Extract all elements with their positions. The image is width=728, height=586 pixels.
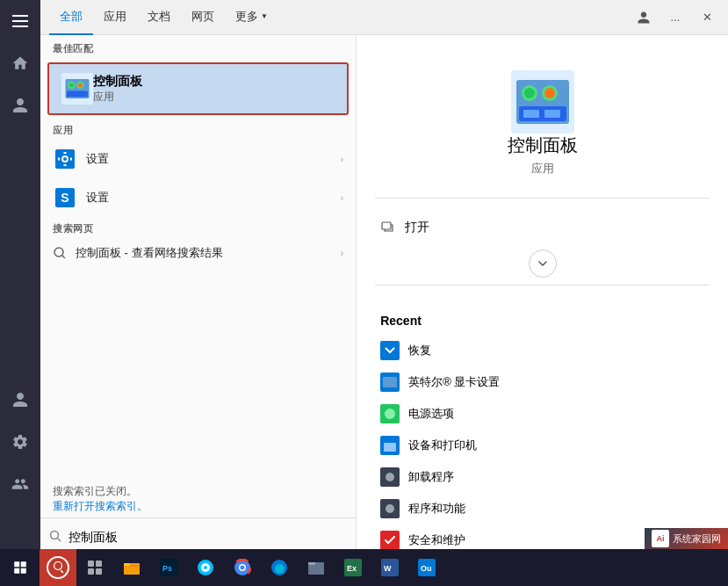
close-btn[interactable]: ✕ bbox=[695, 5, 719, 30]
svg-rect-28 bbox=[384, 443, 396, 452]
recent-icon-2 bbox=[380, 404, 400, 423]
recent-icon-1 bbox=[380, 373, 400, 392]
svg-point-30 bbox=[386, 473, 394, 481]
tab-all[interactable]: 全部 bbox=[49, 0, 93, 35]
svg-point-17 bbox=[524, 88, 535, 98]
tab-apps[interactable]: 应用 bbox=[93, 0, 137, 35]
open-icon bbox=[380, 220, 396, 235]
svg-rect-36 bbox=[88, 561, 94, 567]
sidebar-item-user[interactable] bbox=[0, 379, 40, 421]
best-match-name: 控制面板 bbox=[93, 74, 142, 90]
start-button[interactable] bbox=[0, 549, 40, 586]
list-item-settings-1[interactable]: 设置 › bbox=[40, 140, 356, 178]
expand-button[interactable] bbox=[529, 250, 557, 278]
svg-rect-41 bbox=[124, 563, 130, 566]
sidebar-item-settings[interactable] bbox=[0, 421, 40, 463]
taskbar-file-explorer[interactable] bbox=[113, 549, 150, 586]
svg-point-4 bbox=[69, 83, 74, 87]
taskbar-photoshop[interactable]: Ps bbox=[150, 549, 187, 586]
topbar-icons: ... ✕ bbox=[631, 5, 719, 30]
control-panel-icon-large bbox=[511, 70, 574, 134]
svg-point-18 bbox=[544, 88, 555, 98]
svg-text:Ou: Ou bbox=[421, 564, 432, 573]
sidebar-item-profile[interactable] bbox=[0, 84, 40, 127]
web-search-item[interactable]: 控制面板 - 查看网络搜索结果 › bbox=[40, 238, 356, 268]
tab-docs[interactable]: 文档 bbox=[137, 0, 181, 35]
taskbar-360[interactable] bbox=[187, 549, 224, 586]
user-icon-btn[interactable] bbox=[631, 5, 656, 30]
more-options-btn[interactable]: ... bbox=[663, 5, 688, 30]
recent-text-1: 英特尔® 显卡设置 bbox=[408, 374, 500, 390]
svg-line-12 bbox=[58, 539, 61, 542]
recent-text-0: 恢复 bbox=[408, 343, 431, 358]
sidebar bbox=[0, 0, 40, 549]
svg-rect-19 bbox=[523, 110, 539, 118]
svg-text:S: S bbox=[61, 191, 68, 205]
more-dropdown-icon: ▼ bbox=[261, 12, 268, 20]
recent-text-5: 程序和功能 bbox=[408, 501, 465, 517]
right-divider bbox=[375, 198, 710, 199]
taskbar-edge[interactable] bbox=[261, 549, 298, 586]
taskbar-chrome[interactable] bbox=[224, 549, 261, 586]
recent-icon-3 bbox=[380, 436, 400, 455]
right-app-name: 控制面板 bbox=[508, 134, 578, 157]
watermark-ai-text: Ai bbox=[657, 534, 665, 543]
svg-point-32 bbox=[386, 504, 394, 513]
arrow-icon-2: › bbox=[341, 193, 343, 203]
search-main: 最佳匹配 控制面板 应用 应用 bbox=[40, 35, 728, 556]
taskbar-right: Ai 系统家园网 bbox=[724, 549, 728, 586]
action-open[interactable]: 打开 bbox=[375, 213, 710, 242]
recent-item-2[interactable]: 电源选项 bbox=[375, 398, 710, 430]
best-match-type: 应用 bbox=[93, 90, 142, 105]
recent-text-4: 卸载程序 bbox=[408, 469, 454, 485]
settings-item-1-text: 设置 bbox=[86, 151, 341, 167]
recent-text-2: 电源选项 bbox=[408, 406, 454, 422]
hamburger-menu[interactable] bbox=[0, 0, 40, 42]
recent-item-0[interactable]: 恢复 bbox=[375, 335, 710, 366]
taskbar-word[interactable]: W bbox=[371, 549, 408, 586]
svg-text:W: W bbox=[384, 564, 392, 573]
search-input[interactable] bbox=[68, 531, 347, 545]
open-text: 打开 bbox=[405, 220, 429, 235]
recent-item-3[interactable]: 设备和打印机 bbox=[375, 430, 710, 461]
recent-icon-6 bbox=[380, 531, 400, 550]
search-left-panel: 最佳匹配 控制面板 应用 应用 bbox=[40, 35, 357, 556]
search-window: 全部 应用 文档 网页 更多 ▼ ... ✕ 最佳匹配 bbox=[40, 0, 728, 549]
web-search-text: 控制面板 - 查看网络搜索结果 bbox=[76, 245, 341, 261]
taskbar-outlook[interactable]: Ou bbox=[408, 549, 445, 586]
recent-label: Recent bbox=[375, 307, 710, 335]
tab-web[interactable]: 网页 bbox=[181, 0, 225, 35]
svg-rect-24 bbox=[383, 377, 397, 387]
reopen-index-link[interactable]: 重新打开搜索索引。 bbox=[53, 500, 148, 512]
recent-item-4[interactable]: 卸载程序 bbox=[375, 461, 710, 493]
watermark-site-text: 系统家园网 bbox=[673, 532, 721, 546]
svg-point-5 bbox=[78, 83, 83, 87]
svg-point-34 bbox=[54, 562, 62, 570]
arrow-icon-1: › bbox=[341, 155, 343, 164]
sidebar-item-people[interactable] bbox=[0, 463, 40, 505]
svg-line-10 bbox=[62, 256, 66, 259]
tab-more[interactable]: 更多 ▼ bbox=[225, 0, 278, 35]
recent-icon-0 bbox=[380, 341, 400, 360]
watermark-logo: Ai bbox=[652, 530, 669, 547]
taskbar-filemanager[interactable] bbox=[298, 549, 335, 586]
recent-item-5[interactable]: 程序和功能 bbox=[375, 493, 710, 525]
svg-rect-38 bbox=[88, 568, 94, 575]
sidebar-item-home[interactable] bbox=[0, 42, 40, 84]
list-item-settings-2[interactable]: S 设置 › bbox=[40, 178, 356, 217]
recent-item-1[interactable]: 英特尔® 显卡设置 bbox=[375, 366, 710, 398]
web-section-label: 搜索网页 bbox=[40, 217, 356, 238]
svg-line-35 bbox=[61, 570, 63, 573]
cortana-button[interactable] bbox=[40, 549, 76, 586]
search-right-panel: 控制面板 应用 打开 Recent bbox=[357, 35, 728, 556]
taskbar: Ps bbox=[0, 549, 728, 586]
svg-rect-20 bbox=[544, 110, 560, 118]
svg-point-26 bbox=[385, 409, 395, 419]
arrow-icon-web: › bbox=[341, 249, 343, 258]
best-match-item[interactable]: 控制面板 应用 bbox=[47, 62, 349, 115]
taskbar-excel[interactable]: Ex bbox=[335, 549, 371, 586]
taskview-button[interactable] bbox=[76, 549, 113, 586]
svg-text:Ps: Ps bbox=[162, 564, 172, 573]
svg-rect-39 bbox=[96, 568, 102, 575]
recent-icon-4 bbox=[380, 467, 400, 487]
